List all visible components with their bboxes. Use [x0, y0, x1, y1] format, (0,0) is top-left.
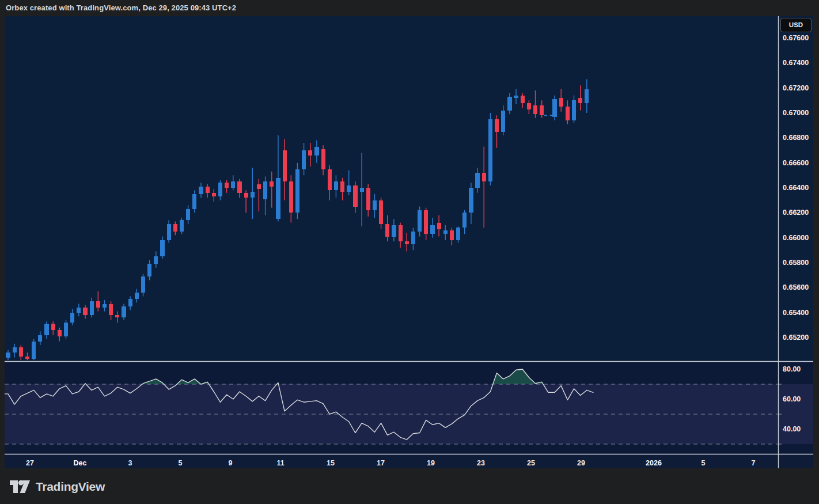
- price-axis-label: 0.66000: [783, 233, 809, 242]
- candle-wick: [348, 170, 349, 195]
- time-strip: [5, 454, 813, 468]
- price-pane: [5, 16, 813, 361]
- candle-down: [450, 230, 454, 240]
- price-axis-label: 0.67400: [783, 58, 809, 67]
- candle-down: [482, 173, 486, 181]
- candle-up: [231, 181, 235, 188]
- candle-down: [173, 224, 177, 232]
- candle-down: [527, 103, 531, 109]
- rsi-axis-label: 40.00: [783, 425, 801, 434]
- candle-down: [206, 187, 210, 193]
- time-axis-label: Dec: [74, 458, 87, 468]
- attribution-text: Orbex created with TradingView.com, Dec …: [6, 0, 236, 16]
- candle-down: [533, 105, 537, 114]
- candle-up: [64, 323, 68, 336]
- price-axis-label: 0.66200: [783, 208, 809, 217]
- candle-up: [160, 240, 164, 256]
- candle-wick: [98, 291, 98, 312]
- price-axis-label: 0.67000: [783, 108, 809, 118]
- candle-down: [578, 98, 582, 103]
- candle-up: [263, 181, 267, 199]
- candle-up: [77, 308, 81, 313]
- candle-wick: [484, 147, 484, 228]
- tradingview-logo[interactable]: TradingView: [9, 478, 105, 495]
- candle-up: [443, 230, 448, 234]
- time-axis-label: 9: [229, 458, 233, 468]
- candle-down: [308, 150, 312, 156]
- page: Orbex created with TradingView.com, Dec …: [0, 0, 819, 504]
- time-axis-label: 23: [477, 458, 485, 468]
- candle-up: [488, 119, 492, 181]
- time-axis-label: 25: [527, 458, 535, 468]
- time-axis-label: 15: [327, 458, 335, 468]
- time-axis-label: 27: [26, 458, 34, 468]
- candle-down: [566, 107, 570, 120]
- time-axis-label: 17: [377, 458, 385, 468]
- candle-up: [135, 293, 139, 299]
- time-axis-label: 7: [752, 458, 756, 468]
- candle-up: [456, 228, 460, 240]
- tradingview-wordmark: TradingView: [36, 480, 105, 494]
- price-axis-label: 0.67200: [783, 84, 809, 93]
- currency-label: USD: [780, 18, 812, 32]
- candle-down: [559, 98, 563, 107]
- candle-up: [373, 200, 377, 210]
- attribution-bar: Orbex created with TradingView.com, Dec …: [0, 0, 819, 16]
- candle-down: [385, 224, 389, 237]
- candle-up: [507, 97, 511, 111]
- candle-up: [38, 335, 42, 342]
- candle-down: [212, 193, 216, 197]
- candle-up: [218, 183, 222, 196]
- candle-up: [103, 304, 107, 308]
- candle-up: [6, 353, 10, 358]
- time-axis-label: 2026: [646, 458, 662, 468]
- candle-up: [514, 96, 518, 98]
- candle-up: [180, 220, 184, 232]
- candle-down: [495, 119, 499, 132]
- candle-down: [405, 241, 409, 244]
- candle-up: [411, 232, 415, 244]
- candle-up: [90, 301, 94, 315]
- candle-down: [96, 301, 100, 308]
- candle-down: [257, 184, 261, 190]
- candle-up: [475, 173, 479, 188]
- candle-down: [340, 181, 344, 191]
- candle-up: [13, 347, 17, 353]
- rsi-axis-label: 60.00: [783, 395, 801, 404]
- candle-down: [353, 185, 357, 207]
- candle-down: [540, 105, 544, 115]
- chart-canvas[interactable]: [5, 16, 813, 468]
- price-axis-label: 0.66400: [783, 183, 809, 192]
- candle-down: [283, 150, 287, 181]
- candle-up: [302, 150, 306, 169]
- candle-up: [167, 224, 171, 240]
- candle-down: [270, 181, 274, 187]
- candle-down: [399, 225, 403, 241]
- candle-up: [418, 210, 422, 232]
- candle-down: [379, 200, 383, 224]
- candle-down: [328, 169, 332, 191]
- candle-down: [289, 181, 293, 213]
- candle-down: [424, 210, 428, 234]
- chart-widget[interactable]: 0.676000.674000.672000.670000.668000.666…: [5, 16, 813, 468]
- candle-wick: [259, 179, 259, 211]
- candle-up: [585, 89, 589, 103]
- candle-down: [58, 330, 62, 336]
- candle-up: [276, 178, 280, 219]
- candle-up: [347, 185, 351, 192]
- candle-up: [334, 181, 338, 190]
- tradingview-logo-icon: [9, 478, 31, 495]
- candle-up: [44, 324, 48, 335]
- candle-down: [19, 347, 23, 356]
- time-axis-label: 5: [179, 458, 183, 468]
- candle-up: [572, 100, 576, 120]
- candle-down: [321, 149, 325, 169]
- candle-up: [141, 276, 145, 293]
- candle-down: [437, 223, 441, 229]
- candle-up: [469, 188, 473, 213]
- candle-down: [115, 315, 119, 317]
- candle-down: [109, 304, 113, 316]
- candle-up: [186, 209, 190, 221]
- candle-up: [122, 306, 126, 318]
- candle-down: [237, 181, 241, 193]
